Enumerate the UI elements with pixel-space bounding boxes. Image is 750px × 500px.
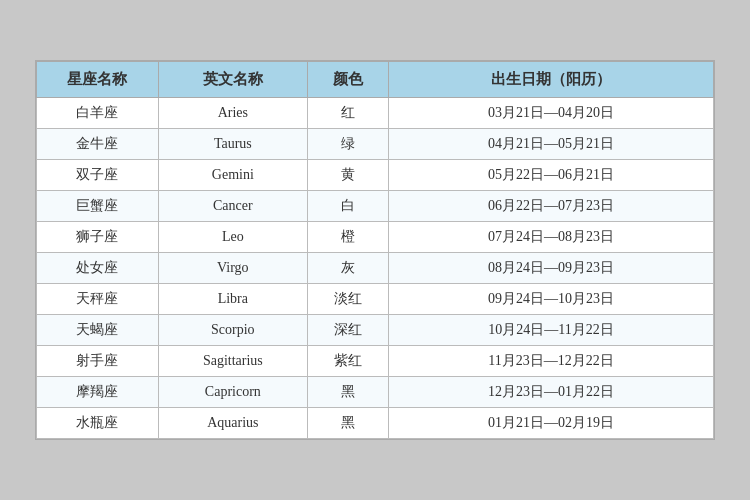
cell-color: 黄 bbox=[307, 160, 388, 191]
cell-chinese: 狮子座 bbox=[37, 222, 159, 253]
cell-color: 白 bbox=[307, 191, 388, 222]
cell-date: 08月24日—09月23日 bbox=[389, 253, 714, 284]
cell-english: Sagittarius bbox=[158, 346, 307, 377]
cell-date: 07月24日—08月23日 bbox=[389, 222, 714, 253]
cell-english: Libra bbox=[158, 284, 307, 315]
table-row: 处女座Virgo灰08月24日—09月23日 bbox=[37, 253, 714, 284]
table-row: 水瓶座Aquarius黑01月21日—02月19日 bbox=[37, 408, 714, 439]
cell-date: 10月24日—11月22日 bbox=[389, 315, 714, 346]
cell-chinese: 射手座 bbox=[37, 346, 159, 377]
cell-color: 紫红 bbox=[307, 346, 388, 377]
table-body: 白羊座Aries红03月21日—04月20日金牛座Taurus绿04月21日—0… bbox=[37, 98, 714, 439]
table-row: 巨蟹座Cancer白06月22日—07月23日 bbox=[37, 191, 714, 222]
table-row: 金牛座Taurus绿04月21日—05月21日 bbox=[37, 129, 714, 160]
cell-date: 09月24日—10月23日 bbox=[389, 284, 714, 315]
header-color: 颜色 bbox=[307, 62, 388, 98]
cell-english: Virgo bbox=[158, 253, 307, 284]
table-row: 摩羯座Capricorn黑12月23日—01月22日 bbox=[37, 377, 714, 408]
zodiac-table-container: 星座名称 英文名称 颜色 出生日期（阳历） 白羊座Aries红03月21日—04… bbox=[35, 60, 715, 440]
cell-chinese: 双子座 bbox=[37, 160, 159, 191]
header-english: 英文名称 bbox=[158, 62, 307, 98]
cell-english: Gemini bbox=[158, 160, 307, 191]
cell-color: 淡红 bbox=[307, 284, 388, 315]
table-row: 白羊座Aries红03月21日—04月20日 bbox=[37, 98, 714, 129]
cell-date: 05月22日—06月21日 bbox=[389, 160, 714, 191]
table-header-row: 星座名称 英文名称 颜色 出生日期（阳历） bbox=[37, 62, 714, 98]
header-chinese: 星座名称 bbox=[37, 62, 159, 98]
table-row: 双子座Gemini黄05月22日—06月21日 bbox=[37, 160, 714, 191]
cell-date: 03月21日—04月20日 bbox=[389, 98, 714, 129]
cell-color: 红 bbox=[307, 98, 388, 129]
cell-chinese: 水瓶座 bbox=[37, 408, 159, 439]
header-date: 出生日期（阳历） bbox=[389, 62, 714, 98]
cell-chinese: 处女座 bbox=[37, 253, 159, 284]
cell-color: 绿 bbox=[307, 129, 388, 160]
cell-english: Capricorn bbox=[158, 377, 307, 408]
cell-english: Scorpio bbox=[158, 315, 307, 346]
table-row: 狮子座Leo橙07月24日—08月23日 bbox=[37, 222, 714, 253]
cell-chinese: 白羊座 bbox=[37, 98, 159, 129]
cell-date: 12月23日—01月22日 bbox=[389, 377, 714, 408]
cell-english: Cancer bbox=[158, 191, 307, 222]
cell-chinese: 巨蟹座 bbox=[37, 191, 159, 222]
cell-english: Leo bbox=[158, 222, 307, 253]
cell-color: 灰 bbox=[307, 253, 388, 284]
cell-date: 01月21日—02月19日 bbox=[389, 408, 714, 439]
cell-english: Taurus bbox=[158, 129, 307, 160]
cell-english: Aquarius bbox=[158, 408, 307, 439]
cell-chinese: 摩羯座 bbox=[37, 377, 159, 408]
cell-color: 深红 bbox=[307, 315, 388, 346]
cell-date: 04月21日—05月21日 bbox=[389, 129, 714, 160]
zodiac-table: 星座名称 英文名称 颜色 出生日期（阳历） 白羊座Aries红03月21日—04… bbox=[36, 61, 714, 439]
cell-color: 黑 bbox=[307, 408, 388, 439]
cell-chinese: 金牛座 bbox=[37, 129, 159, 160]
cell-english: Aries bbox=[158, 98, 307, 129]
cell-chinese: 天蝎座 bbox=[37, 315, 159, 346]
table-row: 射手座Sagittarius紫红11月23日—12月22日 bbox=[37, 346, 714, 377]
table-row: 天蝎座Scorpio深红10月24日—11月22日 bbox=[37, 315, 714, 346]
cell-chinese: 天秤座 bbox=[37, 284, 159, 315]
cell-color: 黑 bbox=[307, 377, 388, 408]
cell-color: 橙 bbox=[307, 222, 388, 253]
cell-date: 06月22日—07月23日 bbox=[389, 191, 714, 222]
table-row: 天秤座Libra淡红09月24日—10月23日 bbox=[37, 284, 714, 315]
cell-date: 11月23日—12月22日 bbox=[389, 346, 714, 377]
